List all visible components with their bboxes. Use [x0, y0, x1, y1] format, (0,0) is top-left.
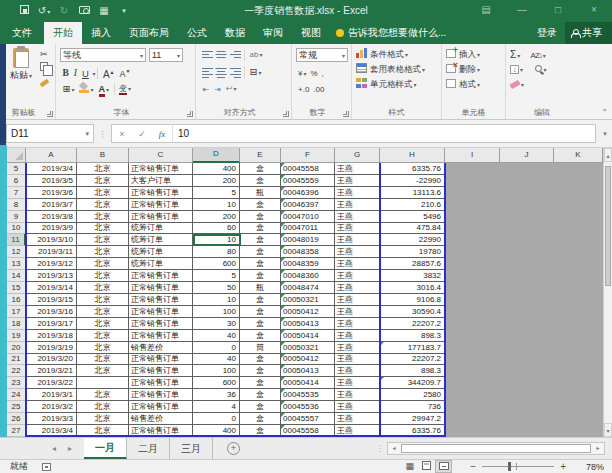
- cell-H11[interactable]: 22990: [380, 234, 445, 246]
- cell-C18[interactable]: 正常销售订单: [129, 318, 193, 330]
- cell-A22[interactable]: 2019/3/21: [26, 365, 77, 377]
- cell-E10[interactable]: 盒: [240, 223, 281, 235]
- accounting-format-icon[interactable]: ¥▾: [296, 69, 308, 78]
- row-header-21[interactable]: 21: [7, 354, 26, 366]
- scroll-up-icon[interactable]: ▴: [604, 148, 612, 162]
- cell-F9[interactable]: 00047010: [281, 211, 335, 223]
- cell-F10[interactable]: 00047011: [281, 223, 335, 235]
- cell-E14[interactable]: 盒: [240, 270, 281, 282]
- cell-A11[interactable]: 2019/3/10: [26, 234, 77, 246]
- row-header-15[interactable]: 15: [7, 282, 26, 294]
- cell-F14[interactable]: 00048360: [281, 270, 335, 282]
- cell-D15[interactable]: 50: [193, 282, 240, 294]
- cell-H21[interactable]: 22207.2: [380, 354, 445, 366]
- cell-A7[interactable]: 2019/3/6: [26, 187, 77, 199]
- row-header-11[interactable]: 11: [7, 234, 26, 246]
- cell-F20[interactable]: 00050321: [281, 342, 335, 354]
- cell-C7[interactable]: 正常销售订单: [129, 187, 193, 199]
- dialog-launcher-icon[interactable]: [47, 111, 53, 117]
- cell-C12[interactable]: 统筹订单: [129, 246, 193, 258]
- cell-C15[interactable]: 正常销售订单: [129, 282, 193, 294]
- cell-H20[interactable]: 177183.7: [380, 342, 445, 354]
- cell-A15[interactable]: 2019/3/14: [26, 282, 77, 294]
- row-header-9[interactable]: 9: [7, 211, 26, 223]
- column-header-G[interactable]: G: [335, 148, 380, 163]
- horizontal-scrollbar[interactable]: ◂ ▸: [387, 442, 605, 455]
- fill-color-button[interactable]: ▾: [77, 81, 96, 98]
- phonetic-guide-button[interactable]: 变▾: [117, 81, 134, 97]
- format-cells-button[interactable]: 格式▾: [446, 77, 503, 92]
- cell-A16[interactable]: 2019/3/15: [26, 294, 77, 306]
- cell-B14[interactable]: 北京: [77, 270, 129, 282]
- comma-style-icon[interactable]: ,: [320, 69, 326, 78]
- cell-D17[interactable]: 100: [193, 306, 240, 318]
- cell-D14[interactable]: 5: [193, 270, 240, 282]
- cell-D5[interactable]: 400: [193, 163, 240, 175]
- cell-H9[interactable]: 5496: [380, 211, 445, 223]
- cell-A18[interactable]: 2019/3/17: [26, 318, 77, 330]
- cell-E11[interactable]: 盒: [240, 234, 281, 246]
- cell-styles-button[interactable]: 单元格样式▾: [356, 77, 439, 92]
- column-header-I[interactable]: I: [445, 148, 500, 163]
- cell-E20[interactable]: 筒: [240, 342, 281, 354]
- cell-A24[interactable]: 2019/3/1: [26, 389, 77, 401]
- cell-H10[interactable]: 475.84: [380, 223, 445, 235]
- cell-A25[interactable]: 2019/3/2: [26, 401, 77, 413]
- cell-B26[interactable]: 北京: [77, 413, 129, 425]
- cell-C10[interactable]: 统筹订单: [129, 223, 193, 235]
- percent-style-icon[interactable]: %: [308, 69, 319, 78]
- align-left-icon[interactable]: [202, 68, 213, 77]
- column-header-F[interactable]: F: [281, 148, 335, 163]
- cell-B15[interactable]: 北京: [77, 282, 129, 294]
- middle-align-icon[interactable]: [216, 51, 227, 60]
- tab-插入[interactable]: 插入: [82, 22, 120, 44]
- scrollbar-resize-handle[interactable]: ⋮: [376, 438, 387, 459]
- cell-D6[interactable]: 200: [193, 175, 240, 187]
- cell-D24[interactable]: 36: [193, 389, 240, 401]
- tab-开始[interactable]: 开始: [44, 22, 82, 44]
- row-header-19[interactable]: 19: [7, 330, 26, 342]
- cell-H16[interactable]: 9106.8: [380, 294, 445, 306]
- cell-G14[interactable]: 王燕: [335, 270, 380, 282]
- row-header-22[interactable]: 22: [7, 365, 26, 377]
- row-header-8[interactable]: 8: [7, 199, 26, 211]
- cell-B24[interactable]: 北京: [77, 389, 129, 401]
- cell-B19[interactable]: 北京: [77, 330, 129, 342]
- format-as-table-button[interactable]: 套用表格格式▾: [356, 62, 439, 77]
- cell-G19[interactable]: 王燕: [335, 330, 380, 342]
- cell-E23[interactable]: 盒: [240, 377, 281, 389]
- cell-F6[interactable]: 00045559: [281, 175, 335, 187]
- cell-H14[interactable]: 3832: [380, 270, 445, 282]
- cell-F23[interactable]: 00050414: [281, 377, 335, 389]
- cell-H19[interactable]: 898.3: [380, 330, 445, 342]
- formula-input[interactable]: 10: [172, 124, 596, 143]
- cell-E18[interactable]: 盒: [240, 318, 281, 330]
- cell-B10[interactable]: 北京: [77, 223, 129, 235]
- cell-C11[interactable]: 统筹订单: [129, 234, 193, 246]
- cell-B11[interactable]: 北京: [77, 234, 129, 246]
- cell-D12[interactable]: 80: [193, 246, 240, 258]
- zoom-percentage[interactable]: 78%: [574, 462, 604, 472]
- cell-B21[interactable]: 北京: [77, 354, 129, 366]
- wrap-text-icon[interactable]: ↩▾: [223, 81, 239, 97]
- cell-C5[interactable]: 正常销售订单: [129, 163, 193, 175]
- cell-B17[interactable]: 北京: [77, 306, 129, 318]
- cell-E24[interactable]: 盒: [240, 389, 281, 401]
- cell-G9[interactable]: 王燕: [335, 211, 380, 223]
- clear-button[interactable]: ▾: [510, 79, 524, 89]
- cell-G8[interactable]: 王燕: [335, 199, 380, 211]
- orientation-icon[interactable]: ab▾: [247, 47, 265, 63]
- cell-H7[interactable]: 13113.6: [380, 187, 445, 199]
- find-select-button[interactable]: ▾: [535, 64, 546, 74]
- center-icon[interactable]: [216, 68, 227, 77]
- increase-decimal-icon[interactable]: +.0: [296, 85, 311, 94]
- cell-D20[interactable]: 0: [193, 342, 240, 354]
- cell-G20[interactable]: 王燕: [335, 342, 380, 354]
- cell-F24[interactable]: 00045535: [281, 389, 335, 401]
- sheet-tab-三月[interactable]: 三月: [170, 438, 213, 459]
- decrease-indent-icon[interactable]: ⇤: [200, 82, 212, 97]
- column-header-D[interactable]: D: [193, 148, 240, 163]
- dialog-launcher-icon[interactable]: [343, 111, 349, 117]
- cell-E19[interactable]: 盒: [240, 330, 281, 342]
- cell-F11[interactable]: 00048019: [281, 234, 335, 246]
